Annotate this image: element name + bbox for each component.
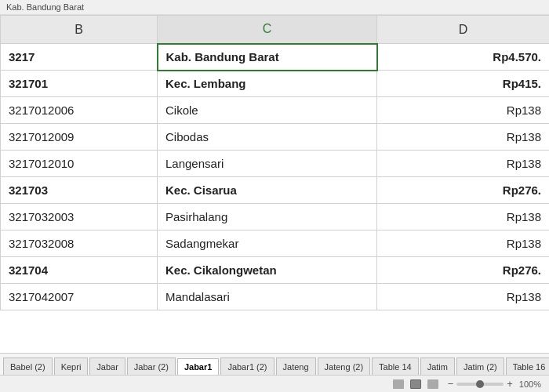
table-row[interactable]: 3217032008SadangmekarRp138 xyxy=(1,230,550,257)
cell-d-3[interactable]: Rp138 xyxy=(377,124,550,151)
tab-kepri[interactable]: Kepri xyxy=(54,358,89,375)
title-bar: Kab. Bandung Barat xyxy=(0,0,549,15)
status-bar: − + 100% xyxy=(0,375,549,392)
cell-b-9[interactable]: 3217042007 xyxy=(1,284,158,310)
cell-b-3[interactable]: 3217012009 xyxy=(1,124,158,151)
col-d-header[interactable]: D xyxy=(377,16,550,44)
cell-c-1[interactable]: Kec. Lembang xyxy=(158,71,377,97)
zoom-area: − + 100% xyxy=(448,378,541,390)
col-c-header[interactable]: C xyxy=(158,16,377,44)
cell-c-0[interactable]: Kab. Bandung Barat xyxy=(158,44,377,71)
cell-c-8[interactable]: Kec. Cikalongwetan xyxy=(158,257,377,284)
cell-c-6[interactable]: Pasirhalang xyxy=(158,204,377,230)
normal-view-icon[interactable] xyxy=(393,379,404,389)
cell-c-5[interactable]: Kec. Cisarua xyxy=(158,177,377,204)
cell-b-0[interactable]: 3217 xyxy=(1,44,158,71)
cell-c-2[interactable]: Cikole xyxy=(158,97,377,124)
table-row[interactable]: 3217012006CikoleRp138 xyxy=(1,97,550,124)
cell-b-8[interactable]: 321704 xyxy=(1,257,158,284)
tab-jateng[interactable]: Jateng xyxy=(276,358,316,375)
cell-d-8[interactable]: Rp276. xyxy=(377,257,550,284)
cell-d-0[interactable]: Rp4.570. xyxy=(377,44,550,71)
zoom-thumb xyxy=(476,380,484,388)
tab-jatim[interactable]: Jatim xyxy=(420,358,455,375)
data-table: B C D 3217Kab. Bandung BaratRp4.570.3217… xyxy=(0,15,549,310)
spreadsheet-area: B C D 3217Kab. Bandung BaratRp4.570.3217… xyxy=(0,15,549,353)
col-b-header[interactable]: B xyxy=(1,16,158,44)
tab-table-14[interactable]: Table 14 xyxy=(372,358,419,375)
cell-b-1[interactable]: 321701 xyxy=(1,71,158,97)
table-row[interactable]: 321703Kec. CisaruaRp276. xyxy=(1,177,550,204)
cell-d-5[interactable]: Rp276. xyxy=(377,177,550,204)
zoom-out-button[interactable]: − xyxy=(448,378,454,390)
tab-jabar-(2)[interactable]: Jabar (2) xyxy=(127,358,176,375)
tab-jabar1[interactable]: Jabar1 xyxy=(177,358,219,375)
window-title: Kab. Bandung Barat xyxy=(6,2,84,12)
zoom-level: 100% xyxy=(519,379,541,389)
cell-d-1[interactable]: Rp415. xyxy=(377,71,550,97)
cell-d-6[interactable]: Rp138 xyxy=(377,204,550,230)
cell-b-4[interactable]: 3217012010 xyxy=(1,151,158,177)
tab-babel-(2)[interactable]: Babel (2) xyxy=(3,358,53,375)
tab-jateng-(2)[interactable]: Jateng (2) xyxy=(318,358,371,375)
cell-c-4[interactable]: Langensari xyxy=(158,151,377,177)
view-icons xyxy=(393,379,438,389)
tab-table-16[interactable]: Table 16 xyxy=(506,358,549,375)
table-row[interactable]: 3217042007MandalasariRp138 xyxy=(1,284,550,310)
table-row[interactable]: 321701Kec. LembangRp415. xyxy=(1,71,550,97)
cell-d-2[interactable]: Rp138 xyxy=(377,97,550,124)
table-row[interactable]: 321704Kec. CikalongwetanRp276. xyxy=(1,257,550,284)
tab-jatim-(2)[interactable]: Jatim (2) xyxy=(456,358,504,375)
cell-d-9[interactable]: Rp138 xyxy=(377,284,550,310)
tab-jabar[interactable]: Jabar xyxy=(89,358,125,375)
table-row[interactable]: 3217032003PasirhalangRp138 xyxy=(1,204,550,230)
zoom-in-button[interactable]: + xyxy=(507,378,513,390)
cell-c-9[interactable]: Mandalasari xyxy=(158,284,377,310)
table-row[interactable]: 3217012009CibodasRp138 xyxy=(1,124,550,151)
cell-b-7[interactable]: 3217032008 xyxy=(1,230,158,257)
cell-b-5[interactable]: 321703 xyxy=(1,177,158,204)
table-row[interactable]: 3217Kab. Bandung BaratRp4.570. xyxy=(1,44,550,71)
cell-c-3[interactable]: Cibodas xyxy=(158,124,377,151)
cell-c-7[interactable]: Sadangmekar xyxy=(158,230,377,257)
table-body: 3217Kab. Bandung BaratRp4.570.321701Kec.… xyxy=(1,44,550,310)
tab-bar: Babel (2)KepriJabarJabar (2)Jabar1Jabar1… xyxy=(0,353,549,375)
cell-d-7[interactable]: Rp138 xyxy=(377,230,550,257)
cell-b-6[interactable]: 3217032003 xyxy=(1,204,158,230)
page-break-icon[interactable] xyxy=(427,379,438,389)
zoom-slider[interactable] xyxy=(456,383,504,386)
table-row[interactable]: 3217012010LangensariRp138 xyxy=(1,151,550,177)
cell-d-4[interactable]: Rp138 xyxy=(377,151,550,177)
page-view-icon[interactable] xyxy=(410,379,421,389)
tab-jabar1-(2)[interactable]: Jabar1 (2) xyxy=(220,358,274,375)
cell-b-2[interactable]: 3217012006 xyxy=(1,97,158,124)
column-header-row: B C D xyxy=(1,16,550,44)
